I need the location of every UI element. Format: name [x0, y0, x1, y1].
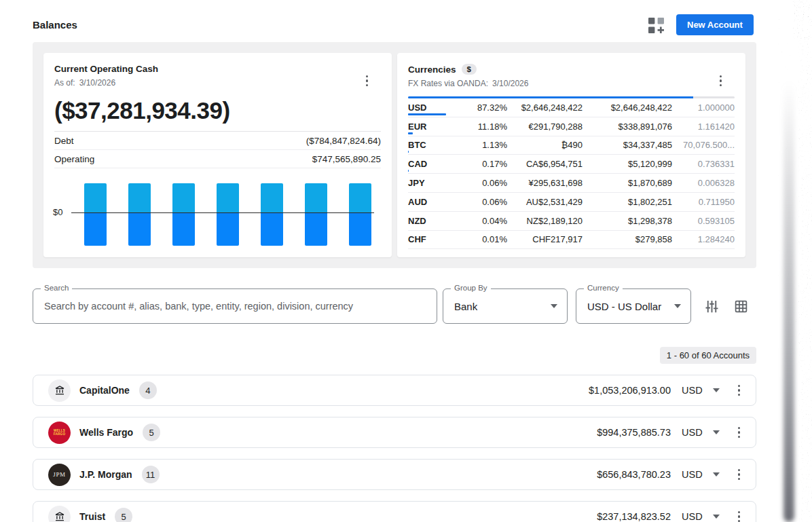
account-balance: $237,134,823.52: [597, 511, 671, 522]
account-row-jp-morgan[interactable]: JPM J.P. Morgan 11 $656,843,780.23 USD: [33, 459, 756, 490]
currency-select[interactable]: Currency USD - US Dollar: [576, 288, 691, 324]
wells-fargo-logo: WELLS FARGO: [48, 422, 71, 444]
new-account-button[interactable]: New Account: [676, 14, 754, 35]
account-balance: $1,053,206,913.00: [589, 385, 671, 396]
account-row-capitalone[interactable]: CapitalOne 4 $1,053,206,913.00 USD: [33, 375, 756, 406]
screenshot-noise-edge: [778, 0, 812, 522]
usd-share-progress-bar: [408, 96, 735, 98]
chart-zero-label: $0: [53, 207, 62, 217]
currency-row-chf: CHF 0.01% CHF217,917 $279,858 1.284240: [408, 231, 735, 250]
currency-row-jpy: JPY 0.06% ¥295,631,698 $1,870,689 0.0063…: [408, 174, 735, 193]
kebab-icon[interactable]: [736, 467, 742, 482]
asof-date: 3/10/2026: [79, 78, 115, 88]
account-row-truist[interactable]: Truist 5 $237,134,823.52 USD: [33, 501, 756, 522]
dashboard-add-icon[interactable]: [648, 18, 665, 34]
account-bank-name: Wells Fargo: [79, 427, 133, 438]
currency-row-nzd: NZD 0.04% NZ$2,189,120 $1,298,378 0.5931…: [408, 212, 735, 231]
chevron-down-icon: [551, 304, 557, 308]
operating-cash-total: ($37,281,934.39): [54, 97, 381, 124]
account-count-badge: 4: [139, 381, 157, 399]
chevron-down-icon[interactable]: [713, 472, 720, 477]
operating-value: $747,565,890.25: [312, 154, 381, 164]
operating-cash-title: Current Operating Cash: [54, 64, 158, 74]
chart-zero-line: [71, 212, 374, 213]
currency-row-cad: CAD 0.17% CA$6,954,751 $5,120,999 0.7363…: [408, 155, 735, 174]
search-field-label: Search: [41, 284, 72, 292]
chevron-down-icon[interactable]: [713, 515, 720, 519]
currencies-title: Currencies: [408, 64, 456, 75]
kebab-icon[interactable]: [736, 425, 742, 440]
kebab-icon[interactable]: [718, 73, 724, 88]
operating-cash-asof: As of:3/10/2026: [54, 78, 381, 88]
search-field-container: Search: [33, 288, 437, 324]
account-bank-name: J.P. Morgan: [79, 469, 132, 480]
currency-select-value: USD - US Dollar: [587, 289, 661, 323]
bank-icon: [48, 506, 71, 522]
fx-date: 3/10/2026: [492, 79, 528, 88]
currency-symbol-badge: $: [462, 64, 477, 75]
operating-cash-card: Current Operating Cash As of:3/10/2026 (…: [43, 53, 392, 257]
account-row-wells-fargo[interactable]: WELLS FARGO Wells Fargo 5 $994,375,885.7…: [33, 417, 756, 448]
debt-value: ($784,847,824.64): [306, 136, 381, 146]
account-count-badge: 5: [143, 424, 160, 441]
page-title: Balances: [33, 19, 77, 31]
account-balance: $994,375,885.73: [597, 427, 671, 438]
account-count-badge: 5: [115, 508, 132, 522]
account-currency: USD: [682, 469, 703, 480]
debt-row: Debt ($784,847,824.64): [54, 132, 381, 150]
group-by-value: Bank: [454, 289, 477, 323]
asof-label: As of:: [54, 78, 75, 88]
fx-label: FX Rates via OANDA:: [408, 79, 488, 88]
jp-morgan-logo: JPM: [48, 464, 71, 486]
group-by-select[interactable]: Group By Bank: [443, 288, 568, 324]
chevron-down-icon[interactable]: [713, 388, 720, 392]
tune-icon[interactable]: [704, 299, 720, 317]
account-bank-name: Truist: [79, 511, 105, 522]
currency-row-eur: EUR 11.18% €291,790,288 $338,891,076 1.1…: [408, 117, 735, 136]
currency-row-usd: USD 87.32% $2,646,248,422 $2,646,248,422…: [408, 98, 735, 117]
search-input[interactable]: [33, 289, 437, 323]
kebab-icon[interactable]: [736, 383, 742, 398]
cash-bar-chart: $0: [54, 182, 381, 253]
cash-bar-chart-bars: [84, 182, 371, 246]
currency-row-aud: AUD 0.06% AU$2,531,429 $1,802,251 0.7119…: [408, 193, 735, 212]
account-balance: $656,843,780.23: [597, 469, 671, 480]
operating-label: Operating: [54, 154, 94, 164]
kebab-icon[interactable]: [364, 73, 370, 88]
grid-view-icon[interactable]: [734, 299, 748, 316]
account-currency: USD: [682, 511, 703, 522]
debt-label: Debt: [54, 136, 74, 146]
account-bank-name: CapitalOne: [79, 385, 130, 396]
fx-rates-subtitle: FX Rates via OANDA:3/10/2026: [408, 79, 735, 88]
account-currency: USD: [682, 385, 703, 396]
summary-panel: Current Operating Cash As of:3/10/2026 (…: [33, 42, 756, 268]
account-count-badge: 11: [142, 466, 160, 483]
account-currency: USD: [682, 427, 703, 438]
operating-row: Operating $747,565,890.25: [54, 150, 381, 168]
currencies-card: Currencies $ FX Rates via OANDA:3/10/202…: [397, 53, 745, 257]
currencies-table: USD 87.32% $2,646,248,422 $2,646,248,422…: [408, 98, 735, 249]
currency-row-btc: BTC 1.13% ₿490 $34,337,485 70,076.500...: [408, 136, 735, 155]
results-count-badge: 1 - 60 of 60 Accounts: [660, 347, 756, 364]
bank-icon: [48, 379, 71, 402]
chevron-down-icon[interactable]: [713, 430, 720, 434]
kebab-icon[interactable]: [736, 509, 742, 522]
chevron-down-icon: [674, 304, 681, 308]
